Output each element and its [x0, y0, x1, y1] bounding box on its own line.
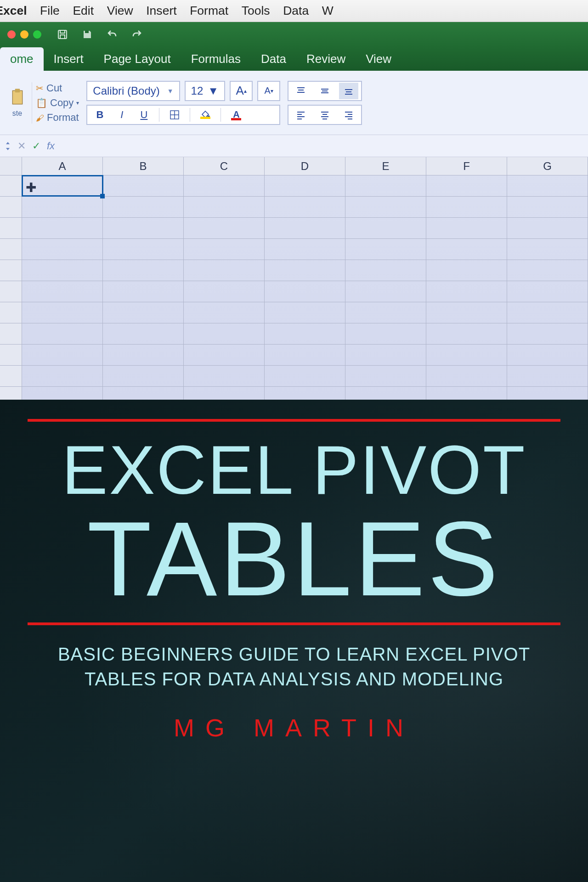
- cell[interactable]: [265, 218, 345, 238]
- cell[interactable]: [345, 197, 426, 217]
- cell[interactable]: [103, 323, 184, 344]
- enter-icon[interactable]: ✓: [32, 140, 40, 152]
- cell[interactable]: [507, 323, 588, 344]
- cell[interactable]: [22, 239, 103, 260]
- spreadsheet-grid[interactable]: A B C D E F G ✚: [0, 157, 588, 400]
- cell[interactable]: [103, 345, 184, 365]
- tab-insert[interactable]: Insert: [44, 47, 94, 71]
- increase-font-size-button[interactable]: A▴: [230, 81, 253, 101]
- cell[interactable]: [507, 175, 588, 196]
- cell[interactable]: [22, 387, 103, 400]
- cell[interactable]: [507, 218, 588, 238]
- cell[interactable]: [345, 218, 426, 238]
- align-left-button[interactable]: [291, 107, 311, 123]
- cell[interactable]: [22, 323, 103, 344]
- paste-button[interactable]: ste: [6, 82, 32, 124]
- menu-tools[interactable]: Tools: [242, 4, 270, 18]
- cell[interactable]: [345, 366, 426, 386]
- row-header[interactable]: [0, 260, 22, 281]
- decrease-font-size-button[interactable]: A▾: [257, 81, 280, 101]
- cell[interactable]: [184, 345, 265, 365]
- row-header[interactable]: [0, 323, 22, 344]
- tab-home[interactable]: ome: [0, 47, 44, 71]
- cell[interactable]: [103, 197, 184, 217]
- cell[interactable]: [22, 197, 103, 217]
- cell[interactable]: [184, 366, 265, 386]
- save-icon[interactable]: [54, 26, 71, 43]
- menu-view[interactable]: View: [107, 4, 133, 18]
- save-disk-icon[interactable]: [79, 26, 96, 43]
- row-header[interactable]: [0, 197, 22, 217]
- align-middle-button[interactable]: [315, 83, 334, 99]
- cell[interactable]: [103, 302, 184, 323]
- cell[interactable]: [103, 239, 184, 260]
- tab-page-layout[interactable]: Page Layout: [94, 47, 181, 71]
- font-family-select[interactable]: Calibri (Body)▼: [86, 81, 180, 101]
- cell[interactable]: [103, 260, 184, 281]
- cell[interactable]: [184, 323, 265, 344]
- fx-label[interactable]: fx: [47, 140, 55, 152]
- font-size-select[interactable]: 12▼: [185, 81, 225, 101]
- cell[interactable]: [426, 175, 507, 196]
- cell[interactable]: [184, 302, 265, 323]
- cell[interactable]: [265, 197, 345, 217]
- cell[interactable]: [507, 239, 588, 260]
- cell[interactable]: [265, 281, 345, 302]
- cancel-icon[interactable]: ✕: [17, 140, 26, 152]
- underline-button[interactable]: U: [135, 107, 153, 123]
- menu-edit[interactable]: Edit: [73, 4, 94, 18]
- cell[interactable]: [22, 260, 103, 281]
- bold-button[interactable]: B: [91, 107, 108, 123]
- cell[interactable]: [426, 302, 507, 323]
- tab-formulas[interactable]: Formulas: [181, 47, 251, 71]
- cell[interactable]: [184, 197, 265, 217]
- select-all-corner[interactable]: [0, 157, 22, 175]
- col-header-a[interactable]: A: [22, 157, 103, 175]
- cell[interactable]: [103, 281, 184, 302]
- cell[interactable]: [345, 323, 426, 344]
- borders-button[interactable]: [166, 107, 183, 123]
- cell[interactable]: [507, 260, 588, 281]
- cell[interactable]: [265, 366, 345, 386]
- row-header[interactable]: [0, 175, 22, 196]
- menu-file[interactable]: File: [40, 4, 60, 18]
- name-box[interactable]: [5, 141, 11, 151]
- align-top-button[interactable]: [291, 83, 311, 99]
- cell[interactable]: [426, 345, 507, 365]
- row-header[interactable]: [0, 345, 22, 365]
- cell[interactable]: [22, 366, 103, 386]
- cell[interactable]: [507, 197, 588, 217]
- row-header[interactable]: [0, 302, 22, 323]
- cell[interactable]: [103, 366, 184, 386]
- cell[interactable]: [103, 218, 184, 238]
- row-header[interactable]: [0, 239, 22, 260]
- cell[interactable]: [103, 387, 184, 400]
- cell[interactable]: [184, 387, 265, 400]
- cell[interactable]: [345, 345, 426, 365]
- format-painter-button[interactable]: Format: [36, 112, 79, 124]
- cell[interactable]: [22, 281, 103, 302]
- row-header[interactable]: [0, 281, 22, 302]
- col-header-g[interactable]: G: [507, 157, 588, 175]
- cell[interactable]: [184, 175, 265, 196]
- align-center-button[interactable]: [315, 107, 334, 123]
- fill-color-button[interactable]: [197, 107, 214, 123]
- cell[interactable]: [507, 345, 588, 365]
- cell[interactable]: [184, 218, 265, 238]
- menu-data[interactable]: Data: [283, 4, 309, 18]
- col-header-e[interactable]: E: [345, 157, 426, 175]
- cell[interactable]: [507, 281, 588, 302]
- cell[interactable]: [265, 260, 345, 281]
- tab-review[interactable]: Review: [296, 47, 356, 71]
- cell[interactable]: [345, 387, 426, 400]
- cell[interactable]: [22, 345, 103, 365]
- cell[interactable]: [345, 260, 426, 281]
- menu-window-truncated[interactable]: W: [322, 4, 334, 18]
- cell[interactable]: [507, 302, 588, 323]
- col-header-f[interactable]: F: [426, 157, 507, 175]
- cell[interactable]: [103, 175, 184, 196]
- cell[interactable]: [345, 239, 426, 260]
- maximize-window-icon[interactable]: [33, 30, 41, 39]
- cell[interactable]: [426, 281, 507, 302]
- cell[interactable]: [22, 218, 103, 238]
